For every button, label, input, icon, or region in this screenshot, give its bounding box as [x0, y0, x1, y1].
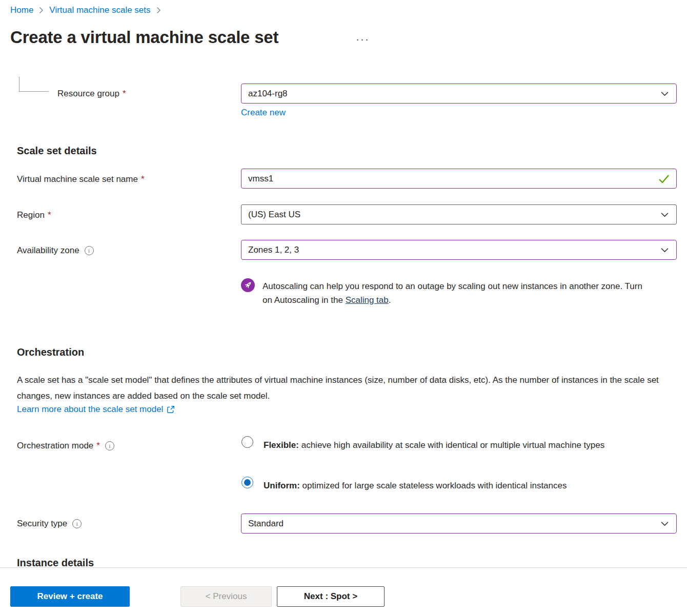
orchestration-description: A scale set has a "scale set model" that… — [17, 372, 681, 404]
indent-connector — [19, 77, 49, 92]
chevron-down-icon — [661, 248, 669, 252]
info-icon[interactable]: i — [72, 519, 82, 528]
radio-flexible[interactable] — [241, 436, 253, 448]
instance-details-heading: Instance details — [17, 557, 94, 567]
resource-group-dropdown[interactable]: az104-rg8 — [241, 84, 677, 104]
security-type-dropdown[interactable]: Standard — [241, 514, 677, 533]
vmss-name-label: Virtual machine scale set name* — [17, 174, 145, 184]
region-label: Region* — [17, 210, 51, 220]
chevron-down-icon — [661, 212, 669, 217]
breadcrumb-chevron-icon — [39, 7, 44, 14]
region-dropdown[interactable]: (US) East US — [241, 204, 677, 224]
info-icon[interactable]: i — [105, 441, 114, 450]
scale-set-details-heading: Scale set details — [17, 145, 97, 157]
scaling-tab-link[interactable]: Scaling tab — [346, 295, 389, 305]
create-vmss-page: Home Virtual machine scale sets Create a… — [0, 0, 687, 616]
breadcrumb-home-link[interactable]: Home — [10, 5, 33, 15]
info-icon[interactable]: i — [85, 246, 94, 255]
breadcrumb-vmss-link[interactable]: Virtual machine scale sets — [49, 5, 150, 15]
orchestration-mode-label: Orchestration mode* i — [17, 441, 114, 451]
external-link-icon — [167, 405, 175, 414]
orchestration-heading: Orchestration — [17, 346, 84, 358]
availability-zone-label: Availability zone i — [17, 245, 94, 256]
learn-more-link[interactable]: Learn more about the scale set model — [17, 404, 175, 415]
chevron-down-icon — [661, 91, 669, 96]
autoscaling-rocket-icon — [241, 278, 255, 294]
review-create-button[interactable]: Review + create — [10, 586, 130, 607]
security-type-label: Security type i — [17, 519, 82, 529]
radio-flexible-label[interactable]: Flexible: achieve high availability at s… — [264, 437, 653, 453]
autoscaling-note: Autoscaling can help you respond to an o… — [262, 279, 646, 307]
radio-selected-dot — [244, 479, 251, 486]
breadcrumb: Home Virtual machine scale sets — [10, 5, 161, 15]
resource-group-label: Resource group* — [57, 89, 126, 99]
valid-checkmark-icon — [658, 174, 670, 183]
radio-uniform-label[interactable]: Uniform: optimized for large scale state… — [264, 478, 679, 494]
availability-zone-dropdown[interactable]: Zones 1, 2, 3 — [241, 240, 677, 260]
vmss-name-input[interactable]: vmss1 — [241, 169, 677, 189]
next-spot-button[interactable]: Next : Spot > — [277, 586, 385, 607]
breadcrumb-chevron-icon — [156, 7, 161, 14]
page-title: Create a virtual machine scale set — [10, 28, 278, 47]
previous-button: < Previous — [180, 586, 272, 607]
chevron-down-icon — [661, 521, 669, 526]
form-content: Home Virtual machine scale sets Create a… — [0, 0, 687, 567]
radio-uniform[interactable] — [241, 477, 253, 488]
wizard-footer: Review + create < Previous Next : Spot > — [0, 567, 687, 616]
more-options-icon[interactable]: ··· — [356, 33, 370, 45]
create-new-link[interactable]: Create new — [241, 108, 286, 118]
